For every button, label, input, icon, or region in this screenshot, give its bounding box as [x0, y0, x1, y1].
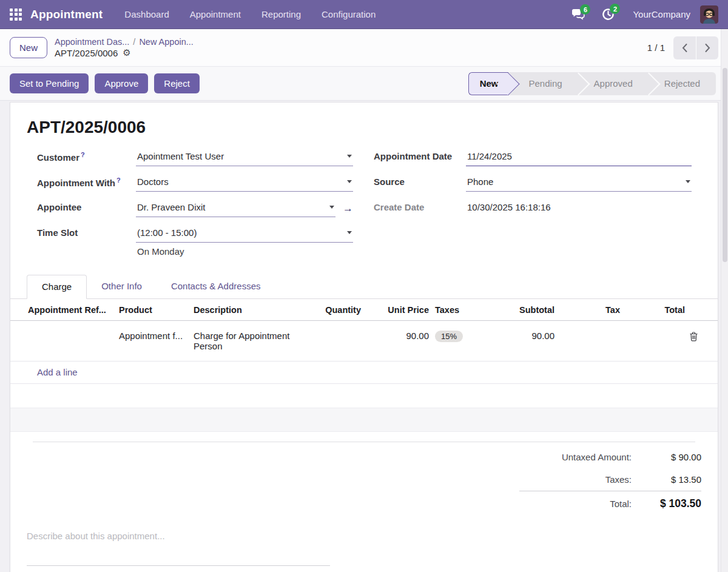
col-taxes: Taxes	[430, 299, 488, 320]
create-date-value: 10/30/2025 16:18:16	[466, 200, 692, 217]
field-row-create-date: Create Date 10/30/2025 16:18:16	[374, 200, 692, 225]
nav-item-reporting[interactable]: Reporting	[261, 9, 301, 19]
untaxed-amount-row: Untaxed Amount: $ 90.00	[562, 446, 701, 468]
tab-other-info[interactable]: Other Info	[87, 275, 157, 298]
customer-field[interactable]: Apointment Test User	[136, 149, 353, 166]
caret-down-icon[interactable]	[347, 155, 352, 158]
caret-down-icon[interactable]	[686, 180, 690, 183]
appointment-with-value: Doctors	[137, 177, 169, 187]
cell-unit-price[interactable]: 90.00	[362, 325, 430, 347]
source-field[interactable]: Phone	[466, 174, 692, 192]
pager: 1 / 1	[647, 36, 718, 59]
field-row-source: Source Phone	[374, 174, 692, 200]
add-a-line-link[interactable]: Add a line	[37, 367, 78, 377]
description-area	[27, 530, 701, 568]
field-row-appointee: Appointee Dr. Praveen Dixit →	[37, 200, 353, 225]
vertical-scrollbar	[721, 29, 728, 572]
tax-badge: 15%	[435, 331, 463, 342]
cell-tax[interactable]	[556, 325, 621, 337]
appointee-field[interactable]: Dr. Praveen Dixit	[136, 200, 335, 217]
tab-contacts-addresses[interactable]: Contacts & Addresses	[157, 275, 275, 298]
gear-icon[interactable]: ⚙	[123, 47, 130, 58]
totals-block: Untaxed Amount: $ 90.00 Taxes: $ 13.50 T…	[27, 442, 701, 516]
col-description: Description	[192, 299, 305, 320]
tab-charge[interactable]: Charge	[27, 275, 87, 299]
time-slot-value: (12:00 - 15:00)	[137, 227, 197, 238]
source-label: Source	[374, 174, 466, 187]
field-area: Customer? Apointment Test User Appointme…	[37, 149, 701, 257]
help-icon: ?	[116, 177, 121, 184]
customer-value: Apointment Test User	[137, 151, 224, 161]
cell-taxes[interactable]: 15%	[430, 325, 488, 348]
internal-link-icon[interactable]: →	[343, 203, 353, 214]
appointee-label: Appointee	[37, 200, 136, 212]
status-pipeline: New Pending Approved Rejected	[468, 72, 716, 95]
company-switcher[interactable]: YourCompany	[633, 9, 690, 19]
col-product: Product	[118, 299, 192, 320]
field-row-customer: Customer? Apointment Test User	[37, 149, 353, 174]
field-row-appointment-with: Appointment With? Doctors	[37, 174, 353, 200]
appointment-date-value: 11/24/2025	[467, 151, 512, 161]
taxes-value: $ 13.50	[632, 474, 701, 485]
control-panel: New Appointment Das.../New Appoin... APT…	[0, 29, 728, 67]
time-slot-note: On Monday	[136, 243, 353, 257]
status-step-rejected[interactable]: Rejected	[649, 72, 716, 95]
table-row[interactable]: Appointment f... Charge for Appointment …	[10, 321, 718, 362]
field-row-time-slot: Time Slot (12:00 - 15:00) On Monday	[37, 225, 353, 257]
col-appointment-ref: Appointment Ref...	[27, 299, 118, 320]
col-unit-price: Unit Price	[362, 299, 430, 320]
caret-down-icon[interactable]	[329, 206, 334, 209]
breadcrumb-link-dashboard[interactable]: Appointment Das...	[55, 37, 129, 47]
pager-next-button[interactable]	[696, 36, 718, 59]
breadcrumb-current: APT/2025/0006	[55, 48, 118, 58]
status-step-new[interactable]: New	[468, 72, 508, 95]
set-to-pending-button[interactable]: Set to Pending	[10, 73, 89, 93]
cell-appointment-ref[interactable]	[27, 325, 118, 337]
nav-item-dashboard[interactable]: Dashboard	[124, 9, 169, 19]
caret-down-icon[interactable]	[347, 180, 352, 183]
appointment-date-field[interactable]: 11/24/2025	[466, 149, 692, 166]
pager-previous-button[interactable]	[673, 36, 696, 59]
cell-subtotal: 90.00	[488, 325, 556, 347]
breadcrumb-link-new-appointment[interactable]: New Appoin...	[139, 37, 193, 47]
add-a-line-row: Add a line	[10, 362, 718, 384]
activities-icon[interactable]: 2	[602, 8, 615, 21]
activities-badge: 2	[610, 4, 620, 14]
appointment-with-label: Appointment With?	[37, 174, 136, 188]
nav-item-configuration[interactable]: Configuration	[322, 9, 376, 19]
description-input[interactable]	[27, 530, 330, 566]
untaxed-amount-label: Untaxed Amount:	[562, 452, 632, 462]
apps-grid-icon[interactable]	[10, 8, 22, 21]
top-navbar: Appointment Dashboard Appointment Report…	[0, 0, 728, 29]
cell-quantity[interactable]	[305, 325, 362, 337]
caret-down-icon[interactable]	[347, 231, 352, 234]
col-quantity: Quantity	[305, 299, 362, 320]
pager-counter: 1 / 1	[647, 42, 665, 53]
breadcrumb-separator: /	[133, 37, 135, 47]
scrollbar-thumb[interactable]	[723, 68, 727, 262]
main-menu: Dashboard Appointment Reporting Configur…	[124, 9, 376, 19]
field-row-appointment-date: Appointment Date 11/24/2025	[374, 149, 692, 174]
trash-icon[interactable]	[686, 325, 701, 342]
source-value: Phone	[467, 177, 493, 187]
messages-icon[interactable]: 6	[571, 8, 585, 20]
empty-row[interactable]	[10, 384, 718, 408]
reject-button[interactable]: Reject	[154, 73, 200, 93]
app-name[interactable]: Appointment	[30, 8, 103, 21]
untaxed-amount-value: $ 90.00	[632, 452, 701, 462]
user-avatar[interactable]	[700, 5, 718, 24]
customer-label: Customer?	[37, 149, 136, 163]
nav-item-appointment[interactable]: Appointment	[190, 9, 241, 19]
total-row: Total: $ 103.50	[519, 491, 701, 516]
cell-description[interactable]: Charge for Appointment Person	[192, 325, 305, 357]
cell-product[interactable]: Appointment f...	[118, 325, 192, 347]
taxes-label: Taxes:	[605, 474, 632, 485]
form-statusbar: Set to Pending Approve Reject New Pendin…	[0, 67, 728, 101]
new-button[interactable]: New	[10, 37, 47, 58]
appointment-with-field[interactable]: Doctors	[136, 174, 353, 192]
total-label: Total:	[610, 499, 632, 509]
create-date-label: Create Date	[374, 200, 466, 212]
approve-button[interactable]: Approve	[95, 73, 148, 93]
time-slot-field[interactable]: (12:00 - 15:00)	[136, 225, 353, 243]
col-tax: Tax	[556, 299, 621, 320]
